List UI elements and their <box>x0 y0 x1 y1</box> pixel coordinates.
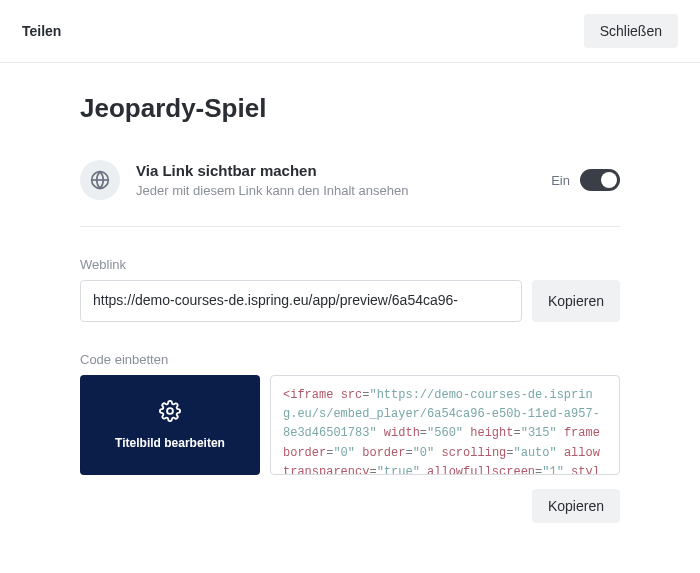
embed-label: Code einbetten <box>80 352 620 367</box>
code-token: = <box>420 426 427 440</box>
code-token: = <box>513 426 520 440</box>
code-token: scrolling <box>441 446 506 460</box>
code-token: "560" <box>427 426 463 440</box>
edit-thumbnail-button[interactable]: Titelbild bearbeiten <box>80 375 260 475</box>
code-token: "true" <box>377 465 420 475</box>
code-token: "auto" <box>513 446 556 460</box>
weblink-section: Weblink https://demo-courses-de.ispring.… <box>80 257 620 322</box>
thumbnail-label: Titelbild bearbeiten <box>115 436 225 450</box>
code-token: "315" <box>521 426 557 440</box>
code-token: = <box>405 446 412 460</box>
weblink-row: https://demo-courses-de.ispring.eu/app/p… <box>80 280 620 322</box>
svg-point-2 <box>167 408 173 414</box>
code-token: allowfullscreen <box>427 465 535 475</box>
gear-icon <box>159 400 181 426</box>
code-token: = <box>369 465 376 475</box>
dialog-header: Teilen Schließen <box>0 0 700 63</box>
embed-section: Code einbetten Titelbild bearbeiten <ifr… <box>80 352 620 523</box>
embed-footer: Kopieren <box>80 489 620 523</box>
code-token: height <box>470 426 513 440</box>
copy-link-button[interactable]: Kopieren <box>532 280 620 322</box>
share-texts: Via Link sichtbar machen Jeder mit diese… <box>136 162 535 198</box>
copy-embed-button[interactable]: Kopieren <box>532 489 620 523</box>
globe-icon <box>80 160 120 200</box>
visibility-toggle[interactable] <box>580 169 620 191</box>
code-token: "0" <box>413 446 435 460</box>
weblink-input[interactable]: https://demo-courses-de.ispring.eu/app/p… <box>80 280 522 322</box>
embed-code-box[interactable]: <iframe src="https://demo-courses-de.isp… <box>270 375 620 475</box>
code-token: "0" <box>333 446 355 460</box>
page-title: Jeopardy-Spiel <box>80 93 620 124</box>
visibility-toggle-wrap: Ein <box>551 169 620 191</box>
embed-row: Titelbild bearbeiten <iframe src="https:… <box>80 375 620 475</box>
code-token: "1" <box>542 465 564 475</box>
dialog-content: Jeopardy-Spiel Via Link sichtbar machen … <box>0 63 700 543</box>
dialog-title: Teilen <box>22 23 61 39</box>
code-token: border <box>362 446 405 460</box>
close-button[interactable]: Schließen <box>584 14 678 48</box>
toggle-label: Ein <box>551 173 570 188</box>
share-via-link-row: Via Link sichtbar machen Jeder mit diese… <box>80 160 620 227</box>
toggle-knob <box>601 172 617 188</box>
code-token: width <box>384 426 420 440</box>
code-token: src <box>341 388 363 402</box>
share-subtitle: Jeder mit diesem Link kann den Inhalt an… <box>136 183 535 198</box>
share-title: Via Link sichtbar machen <box>136 162 535 179</box>
code-token: <iframe <box>283 388 333 402</box>
weblink-label: Weblink <box>80 257 620 272</box>
